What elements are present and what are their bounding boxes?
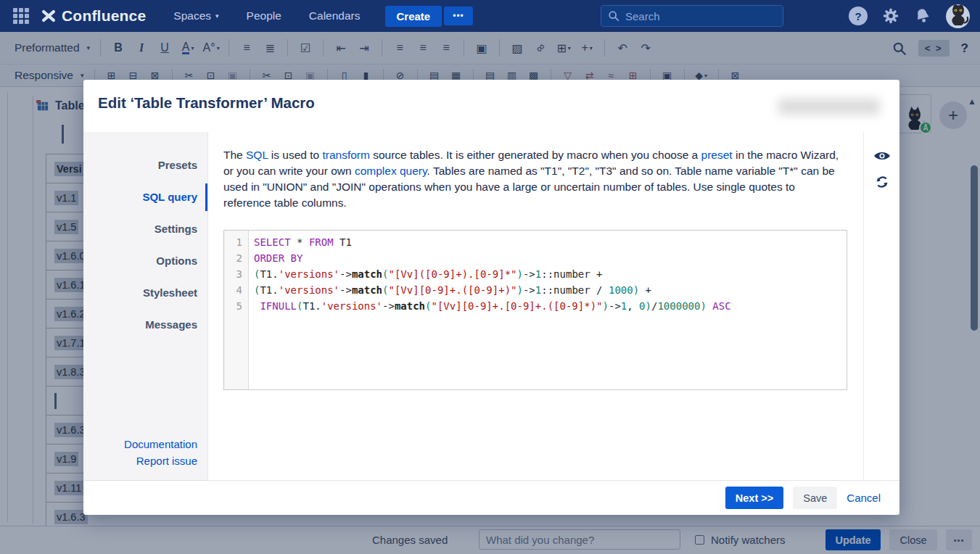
topbar-more-button[interactable]: ••• [444,7,473,25]
topbar-right: ? [849,0,970,32]
code-lines[interactable]: SELECT * FROM T1ORDER BY(T1.'versions'->… [249,231,731,389]
preview-eye-icon[interactable] [873,149,891,162]
sql-description: The SQL is used to transform source tabl… [223,147,844,211]
logo-text: Confluence [62,7,146,25]
description-link[interactable]: complex query [355,165,427,177]
code-token: -> [523,268,535,280]
chevron-down-icon: ▾ [215,12,219,20]
code-token: -> [339,268,352,280]
dialog-sidebar: PresetsSQL querySettingsOptionsStyleshee… [83,132,208,481]
macro-editor-dialog: Edit ‘Table Transformer’ Macro PresetsSQ… [83,80,899,515]
code-token: ) [633,284,639,296]
code-token: ASC [712,300,730,312]
link-report-issue[interactable]: Report issue [124,452,197,469]
description-text: is used to [268,149,322,161]
code-token: 0 [639,300,645,312]
code-token: ) [517,284,523,296]
code-token: ::number + [541,268,602,280]
redacted-text [778,99,880,115]
code-token: -> [339,284,352,296]
code-token: 1 [621,300,627,312]
description-text: source tables. It is either generated by… [370,149,701,161]
code-token: IFNULL [260,300,297,312]
refresh-icon[interactable] [875,175,889,189]
nav-label: Calendars [309,9,361,22]
code-token: "[Vv][0-9]+.[0-9]+.([0-9]*)" [432,300,603,312]
app-switcher-icon[interactable] [13,8,29,24]
confluence-app: Confluence Spaces▾PeopleCalendars Create… [0,0,980,554]
code-token: ) [646,300,651,312]
nav-label: Spaces [173,9,211,22]
tab-presets[interactable]: Presets [83,149,207,181]
code-token: T1. [260,284,278,296]
next-button[interactable]: Next >> [725,487,783,509]
description-link[interactable]: transform [322,149,369,161]
tab-stylesheet[interactable]: Stylesheet [83,277,207,309]
code-token: , [627,300,639,312]
cancel-button[interactable]: Cancel [847,492,881,504]
top-menu: Spaces▾PeopleCalendars [146,9,360,22]
tab-sql-query[interactable]: SQL query [83,181,207,213]
nav-label: People [247,9,281,22]
line-number: 3 [224,266,242,282]
code-token: 1000 [609,284,633,296]
nav-item-calendars[interactable]: Calendars [309,9,361,22]
code-token: -> [523,284,535,296]
code-token: + [639,284,651,296]
line-number: 2 [224,250,242,266]
code-line-numbers: 12345 [224,231,249,389]
code-line: IFNULL(T1.'versions'->match("[Vv][0-9]+.… [254,298,731,314]
nav-item-people[interactable]: People [247,9,281,22]
code-token: SELECT [254,236,291,248]
code-token: 'versions' [321,300,382,312]
help-icon[interactable]: ? [849,7,868,25]
user-avatar[interactable] [946,4,970,28]
confluence-logo-icon [41,8,57,24]
tab-options[interactable]: Options [83,245,207,277]
top-nav-bar: Confluence Spaces▾PeopleCalendars Create… [0,0,980,32]
code-line: (T1.'versions'->match("[Vv][0-9]+.([0-9]… [254,282,731,298]
confluence-logo[interactable]: Confluence [41,7,146,25]
code-token: match [352,268,382,280]
code-token: match [395,300,425,312]
code-token: match [352,284,382,296]
create-button[interactable]: Create [385,6,442,27]
line-number: 5 [224,298,242,314]
description-text: The [223,149,246,161]
dialog-right-rail [863,132,899,481]
save-button[interactable]: Save [793,487,837,509]
sql-code-editor[interactable]: 12345 SELECT * FROM T1ORDER BY(T1.'versi… [223,230,847,390]
tab-messages[interactable]: Messages [83,309,207,341]
dialog-footer: Next >> Save Cancel [83,480,899,515]
code-token: ) [517,268,523,280]
dialog-title: Edit ‘Table Transformer’ Macro [98,94,315,112]
code-token: 1 [535,284,541,296]
code-token: T1. [260,268,278,280]
code-token: 'versions' [279,268,339,280]
line-number: 4 [224,282,242,298]
code-line: ORDER BY [254,250,731,266]
gear-icon[interactable] [882,7,899,25]
search-input[interactable]: Search [601,5,783,27]
description-link[interactable]: SQL [246,149,268,161]
dialog-footer-links: DocumentationReport issue [124,436,197,469]
nav-item-spaces[interactable]: Spaces▾ [173,9,218,22]
tab-settings[interactable]: Settings [83,213,207,245]
code-line: SELECT * FROM T1 [254,234,731,250]
code-token: -> [609,300,621,312]
search-placeholder: Search [625,10,660,22]
code-token: ORDER BY [254,252,302,264]
description-link[interactable]: preset [701,149,733,161]
code-token: 1000000 [657,300,700,312]
link-documentation[interactable]: Documentation [124,436,197,452]
code-token: 1 [535,268,541,280]
code-token: ) [603,300,609,312]
code-token: T1. [302,300,321,312]
code-token: -> [382,300,395,312]
code-line: (T1.'versions'->match("[Vv]([0-9]+).[0-9… [254,266,731,282]
search-icon [608,10,619,22]
code-token: "[Vv][0-9]+.([0-9]+)" [388,284,516,296]
notifications-bell-icon[interactable] [914,7,931,25]
code-token: "[Vv]([0-9]+).[0-9]*" [388,268,516,280]
code-token: 'versions' [279,284,339,296]
